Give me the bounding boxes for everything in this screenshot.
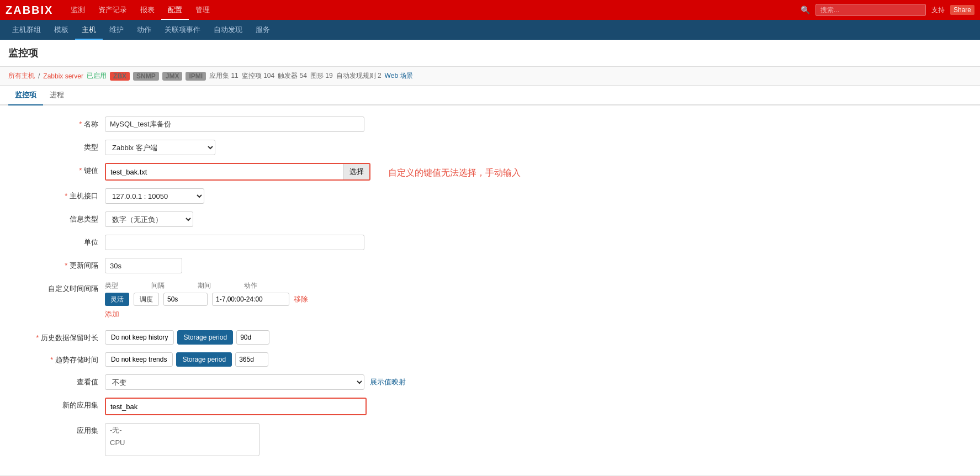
form-area: 名称 类型 Zabbix 客户端 键值 选择 自定义的键值无法选择，手动输入 主… [0,105,980,475]
breadcrumb: 所有主机 / Zabbix server 已启用 ZBX SNMP JMX IP… [0,67,980,86]
trend-controls: Do not keep trends Storage period [105,352,268,367]
nav-assets[interactable]: 资产记录 [92,0,134,20]
nav-monitor[interactable]: 监测 [64,0,92,20]
breadcrumb-discovery[interactable]: 自动发现规则 2 [336,71,382,81]
info-type-row: 信息类型 数字（无正负） [17,211,963,227]
name-label: 名称 [17,117,105,129]
app-set-label: 应用集 [17,423,105,436]
tab-process[interactable]: 进程 [43,86,71,105]
history-label: 历史数据保留时长 [17,330,105,343]
second-navigation: 主机群组 模板 主机 维护 动作 关联项事件 自动发现 服务 [0,20,980,40]
support-link[interactable]: 支持 [931,6,945,15]
new-app-label: 新的应用集 [17,398,105,410]
trend-value-input[interactable] [235,352,268,367]
info-type-select[interactable]: 数字（无正负） [105,211,193,227]
breadcrumb-all-hosts[interactable]: 所有主机 [8,71,35,81]
name-input[interactable] [105,117,364,132]
nav-templates[interactable]: 模板 [47,20,75,40]
key-select-button[interactable]: 选择 [343,164,369,179]
new-app-input[interactable] [106,399,365,414]
trend-storage-period-btn[interactable]: Storage period [176,352,232,367]
search-input[interactable] [815,4,926,16]
key-input[interactable] [106,164,343,179]
app-list-item-cpu[interactable]: CPU [105,437,259,448]
badge-zbx: ZBX [110,72,130,81]
breadcrumb-enabled: 已启用 [87,71,107,81]
interval-add-row: 添加 [105,309,308,319]
interval-btn-flexible[interactable]: 灵活 [105,293,129,306]
key-label: 键值 [17,163,105,176]
interval-col-gap: 间隔 [151,281,165,290]
history-controls: Do not keep history Storage period [105,330,269,345]
interval-period-input[interactable] [212,293,289,306]
page-title: 监控项 [0,40,980,67]
trend-no-keep-btn[interactable]: Do not keep trends [105,352,173,367]
interval-add-link[interactable]: 添加 [105,309,119,319]
breadcrumb-server[interactable]: Zabbix server [43,72,83,80]
value-map-select[interactable]: 不变 [105,374,364,390]
key-row: 键值 选择 自定义的键值无法选择，手动输入 [17,163,963,181]
nav-actions[interactable]: 动作 [130,20,158,40]
breadcrumb-triggers[interactable]: 触发器 54 [278,71,307,81]
custom-intervals-content: 类型 间隔 期间 动作 灵活 调度 移除 添加 [105,281,308,322]
top-nav-right: 🔍 支持 Share [801,4,974,16]
breadcrumb-appset[interactable]: 应用集 11 [209,71,239,81]
custom-intervals-label: 自定义时间间隔 [17,281,105,294]
tabs-bar: 监控项 进程 [0,86,980,105]
history-storage-period-btn[interactable]: Storage period [177,330,233,345]
breadcrumb-graphs[interactable]: 图形 19 [310,71,333,81]
host-interface-select[interactable]: 127.0.0.1 : 10050 [105,188,204,204]
history-value-input[interactable] [236,330,269,345]
badge-ipmi: IPMI [186,72,206,81]
new-app-row: 新的应用集 [17,398,963,415]
nav-host-groups[interactable]: 主机群组 [6,20,47,40]
history-row: 历史数据保留时长 Do not keep history Storage per… [17,330,963,345]
key-annotation: 自定义的键值无法选择，手动输入 [388,165,521,179]
nav-services[interactable]: 服务 [249,20,277,40]
interval-gap-input[interactable] [163,293,208,306]
nav-related-events[interactable]: 关联项事件 [158,20,207,40]
interval-btn-schedule[interactable]: 调度 [134,293,159,306]
nav-admin[interactable]: 管理 [189,0,216,20]
type-select[interactable]: Zabbix 客户端 [105,140,215,155]
breadcrumb-sep1: / [38,72,40,80]
breadcrumb-items[interactable]: 监控项 104 [242,71,274,81]
key-input-wrapper: 选择 [105,163,370,181]
unit-input[interactable] [105,235,364,250]
history-no-keep-btn[interactable]: Do not keep history [105,330,174,345]
interval-col-type: 类型 [105,281,118,290]
nav-config[interactable]: 配置 [161,0,189,20]
info-type-label: 信息类型 [17,211,105,224]
value-map-link[interactable]: 展示值映射 [370,377,406,387]
interval-row-1: 灵活 调度 移除 [105,293,308,306]
update-interval-input[interactable] [105,258,182,273]
update-interval-label: 更新间隔 [17,258,105,271]
badge-jmx: JMX [162,72,183,81]
nav-reports[interactable]: 报表 [134,0,161,20]
page-content: 监控项 所有主机 / Zabbix server 已启用 ZBX SNMP JM… [0,40,980,475]
update-interval-row: 更新间隔 [17,258,963,273]
share-link[interactable]: Share [950,5,974,15]
search-icon: 🔍 [801,6,810,14]
interval-header: 类型 间隔 期间 动作 [105,281,308,290]
app-list-item-none[interactable]: -无- [105,424,259,437]
type-row: 类型 Zabbix 客户端 [17,140,963,155]
trend-label: 趋势存储时间 [17,352,105,365]
app-list[interactable]: -无- CPU [105,423,259,456]
nav-hosts[interactable]: 主机 [75,20,103,40]
breadcrumb-web[interactable]: Web 场景 [385,71,414,81]
top-nav-links: 监测 资产记录 报表 配置 管理 [64,0,801,20]
unit-row: 单位 [17,235,963,250]
host-interface-label: 主机接口 [17,188,105,201]
nav-maintenance[interactable]: 维护 [103,20,130,40]
host-interface-row: 主机接口 127.0.0.1 : 10050 [17,188,963,204]
top-navigation: ZABBIX 监测 资产记录 报表 配置 管理 🔍 支持 Share [0,0,980,20]
trend-row: 趋势存储时间 Do not keep trends Storage period [17,352,963,367]
app-set-row: 应用集 -无- CPU [17,423,963,456]
interval-remove-link[interactable]: 移除 [294,294,308,304]
custom-intervals-row: 自定义时间间隔 类型 间隔 期间 动作 灵活 调度 移除 添加 [17,281,963,322]
nav-discovery[interactable]: 自动发现 [207,20,249,40]
value-map-row: 查看值 不变 展示值映射 [17,374,963,390]
tab-items[interactable]: 监控项 [8,86,43,105]
new-app-input-wrapper [105,398,367,415]
